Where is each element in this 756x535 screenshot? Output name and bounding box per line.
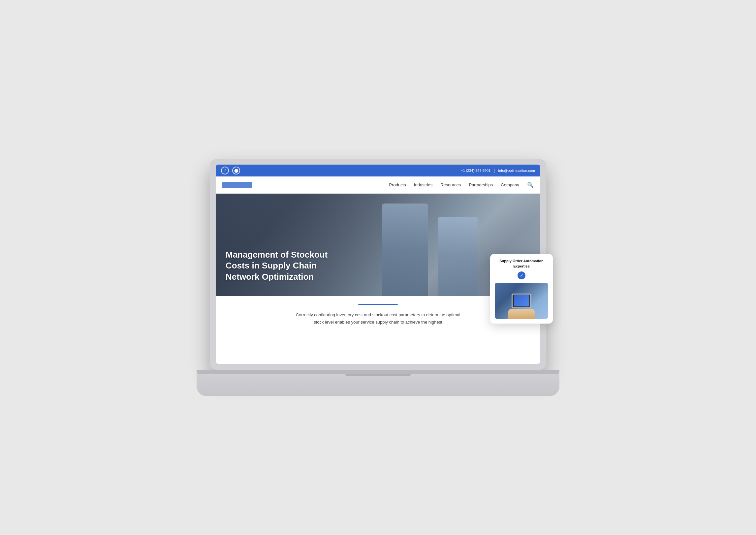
facebook-icon[interactable]: f <box>221 167 229 174</box>
figure-person-1 <box>382 204 428 296</box>
top-bar-contact: +1 (234) 567 8901 | info@optimization.co… <box>461 168 535 173</box>
popup-check: ✓ <box>495 271 548 279</box>
instagram-icon[interactable]: ⬤ <box>232 167 240 174</box>
nav-links: Products Industries Resources Partnershi… <box>389 182 534 188</box>
divider: | <box>494 168 495 173</box>
top-bar: f ⬤ +1 (234) 567 8901 | info@optimizatio… <box>216 165 540 176</box>
popup-title: Supply Order Automation Expertise <box>495 259 548 269</box>
hero-title: Management of Stockout Costs in Supply C… <box>226 249 351 283</box>
check-icon: ✓ <box>518 271 525 279</box>
nav-products[interactable]: Products <box>389 182 406 187</box>
nav-company[interactable]: Company <box>501 182 519 187</box>
search-icon[interactable]: 🔍 <box>527 182 534 188</box>
laptop-base <box>197 370 559 396</box>
tablet-device-icon <box>512 294 531 308</box>
email-address: info@optimization.com <box>498 169 535 173</box>
nav-partnerships[interactable]: Partnerships <box>469 182 493 187</box>
hands-holding-tablet <box>508 309 535 319</box>
popup-card: Supply Order Automation Expertise ✓ <box>490 254 553 324</box>
popup-image <box>495 283 548 319</box>
nav-bar: Products Industries Resources Partnershi… <box>216 176 540 194</box>
logo[interactable] <box>222 182 252 188</box>
hero-content: Management of Stockout Costs in Supply C… <box>226 249 351 283</box>
tablet-screen <box>514 295 529 306</box>
content-description: Correctly configuring inventory cost and… <box>296 311 460 326</box>
laptop-wrapper: f ⬤ +1 (234) 567 8901 | info@optimizatio… <box>197 139 559 396</box>
instagram-symbol: ⬤ <box>234 169 238 173</box>
nav-resources[interactable]: Resources <box>440 182 461 187</box>
social-icons: f ⬤ <box>221 167 240 174</box>
figure-person-2 <box>438 217 478 296</box>
laptop-hinge <box>345 373 411 376</box>
phone-number: +1 (234) 567 8901 <box>461 169 490 173</box>
nav-industries[interactable]: Industries <box>414 182 432 187</box>
blue-divider <box>358 304 398 305</box>
